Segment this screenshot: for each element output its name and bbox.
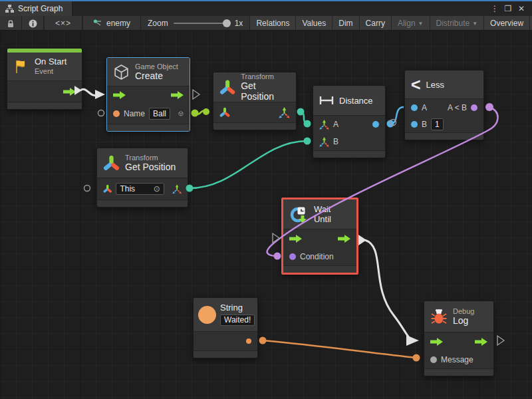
node-footer	[107, 124, 190, 131]
flow-in-port[interactable]	[289, 235, 302, 243]
a-port-label: A	[422, 103, 427, 112]
b-input-port[interactable]	[411, 121, 418, 128]
b-port-label: B	[333, 137, 338, 146]
node-title: Wait Until	[314, 204, 350, 224]
node-category: Transform	[241, 72, 290, 81]
name-port-label: Name	[124, 109, 145, 118]
zoom-control: Zoom 1x	[141, 16, 250, 31]
code-view-button[interactable]: <×>	[45, 16, 82, 31]
relations-button[interactable]: Relations	[250, 16, 296, 31]
string-output-port[interactable]	[246, 338, 251, 344]
graph-toolbar: <×> enemy Zoom 1x Relations Values Dim C…	[0, 16, 532, 31]
node-footer	[97, 200, 188, 207]
node-footer	[283, 265, 356, 273]
string-value-input[interactable]: Waited!	[220, 315, 255, 327]
condition-input-port[interactable]	[289, 253, 296, 260]
distribute-dropdown[interactable]: Distribute▼	[430, 16, 485, 31]
node-title: On Start	[35, 57, 66, 67]
node-footer	[313, 150, 385, 158]
node-title: Get Position	[125, 162, 176, 172]
flow-out-port[interactable]	[338, 235, 350, 243]
overview-button[interactable]: Overview	[484, 16, 530, 31]
target-object-input[interactable]: This⊙	[116, 183, 164, 195]
node-less[interactable]: < Less A A < B B 1	[404, 70, 484, 140]
node-title: Create	[135, 70, 178, 81]
a-port-label: A	[333, 120, 338, 129]
node-wait-until[interactable]: Wait Until Condition	[281, 198, 358, 275]
wait-clock-icon	[289, 205, 309, 224]
zoom-slider-handle[interactable]	[223, 19, 231, 27]
chevron-down-icon: ▼	[472, 21, 477, 27]
values-button[interactable]: Values	[296, 16, 332, 31]
title-bar: Script Graph ⋮ ❐ ✕	[0, 0, 532, 16]
node-title: String	[220, 303, 255, 313]
graph-breadcrumb[interactable]: enemy	[83, 16, 141, 31]
message-input-port[interactable]	[430, 356, 437, 363]
object-picker-icon[interactable]: ⊙	[154, 184, 160, 194]
b-value-input[interactable]: 1	[431, 118, 444, 130]
vector-a-input-port[interactable]	[319, 120, 329, 130]
info-button[interactable]	[22, 16, 44, 31]
vector-b-input-port[interactable]	[319, 137, 329, 147]
zoom-label: Zoom	[148, 19, 168, 28]
node-get-position-left[interactable]: TransformGet Position This⊙	[96, 148, 188, 207]
flow-in-port[interactable]	[430, 338, 443, 346]
result-output-port[interactable]	[471, 104, 477, 111]
lock-button[interactable]	[0, 16, 22, 31]
flow-in-port[interactable]	[113, 91, 126, 99]
node-debug-log[interactable]: DebugLog Message	[424, 301, 494, 376]
distance-icon	[319, 96, 334, 105]
distance-output-port[interactable]	[372, 121, 379, 128]
chevron-down-icon: ▼	[418, 21, 424, 27]
message-port-label: Message	[441, 355, 473, 364]
node-footer	[405, 132, 483, 140]
close-icon[interactable]: ✕	[516, 4, 527, 13]
window-menu-icon[interactable]: ⋮	[489, 4, 500, 13]
node-on-start[interactable]: On StartEvent	[7, 48, 82, 110]
game-object-output-port[interactable]	[178, 108, 184, 119]
condition-port-label: Condition	[300, 252, 334, 261]
transform-input-port[interactable]	[103, 184, 112, 194]
b-port-label: B	[422, 120, 427, 129]
node-title: Log	[453, 315, 474, 326]
flow-out-port[interactable]	[63, 88, 76, 96]
node-get-position-top[interactable]: TransformGet Position	[213, 72, 297, 130]
position-output-port[interactable]	[172, 184, 182, 195]
tab-script-graph[interactable]: Script Graph	[0, 1, 72, 16]
node-footer	[194, 350, 257, 358]
node-category: Debug	[453, 307, 474, 316]
node-distance[interactable]: Distance A B	[313, 85, 386, 158]
tab-strip-empty	[72, 1, 484, 16]
string-icon	[198, 306, 216, 324]
node-category: Transform	[125, 154, 176, 162]
flag-icon	[13, 59, 29, 74]
graph-pointer-icon	[93, 19, 102, 27]
zoom-slider[interactable]	[174, 23, 229, 24]
lock-icon	[6, 19, 15, 28]
dim-button[interactable]: Dim	[332, 16, 359, 31]
result-port-label: A < B	[448, 103, 467, 112]
tab-title: Script Graph	[18, 4, 63, 13]
flow-out-port[interactable]	[475, 338, 487, 346]
node-title: Get Position	[241, 80, 290, 102]
code-brackets-icon: <×>	[55, 19, 71, 28]
script-graph-window: Script Graph ⋮ ❐ ✕ <×> enemy Zoom 1x	[0, 0, 532, 399]
flow-out-port[interactable]	[171, 91, 184, 99]
game-object-cube-icon	[113, 64, 130, 80]
maximize-icon[interactable]: ❐	[503, 4, 513, 13]
name-input-port[interactable]	[113, 110, 120, 117]
node-create[interactable]: Game ObjectCreate Name Ball	[106, 57, 190, 132]
position-output-port[interactable]	[279, 107, 290, 118]
bug-icon	[430, 308, 448, 325]
carry-button[interactable]: Carry	[360, 16, 392, 31]
transform-icon	[103, 155, 120, 172]
align-dropdown[interactable]: Align▼	[392, 16, 430, 31]
node-subtitle: Event	[35, 67, 66, 76]
node-string[interactable]: String Waited!	[193, 297, 258, 358]
name-value-input[interactable]: Ball	[149, 108, 170, 120]
node-title: Less	[426, 80, 444, 90]
transform-input-port[interactable]	[219, 107, 230, 118]
zoom-value: 1x	[235, 19, 243, 28]
a-input-port[interactable]	[411, 104, 418, 111]
node-footer	[7, 102, 82, 109]
